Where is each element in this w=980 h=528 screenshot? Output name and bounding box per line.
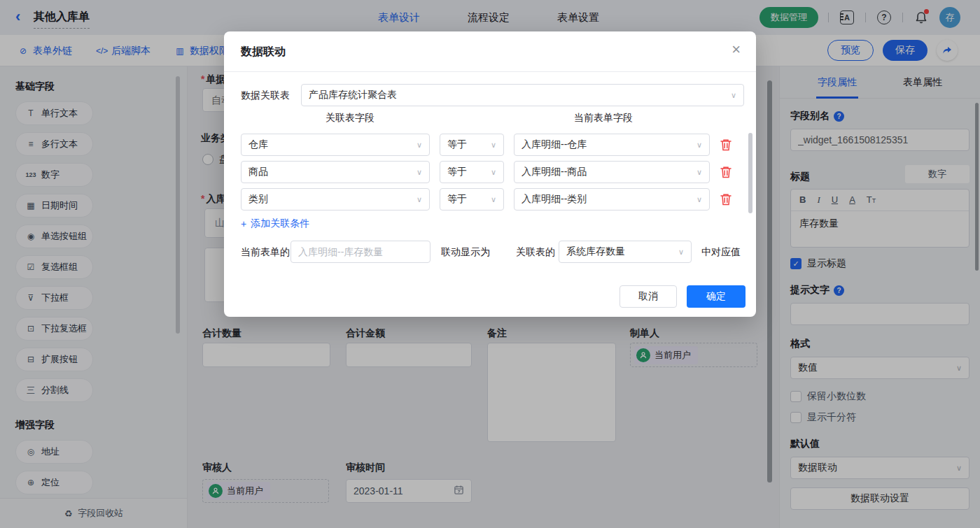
condition-left-select[interactable]: 商品∨ xyxy=(241,161,430,183)
delete-condition-icon[interactable] xyxy=(720,192,732,206)
delete-condition-icon[interactable] xyxy=(720,165,732,179)
current-form-field-input[interactable] xyxy=(290,241,430,263)
modal-title: 数据联动 xyxy=(241,45,286,59)
plus-icon: + xyxy=(241,218,246,229)
column-header-right: 当前表单字段 xyxy=(574,112,633,124)
chevron-down-icon: ∨ xyxy=(491,141,496,150)
condition-right-select[interactable]: 入库明细--商品∨ xyxy=(514,161,710,183)
condition-operator-select[interactable]: 等于∨ xyxy=(440,188,504,211)
suffix-label: 中对应值 xyxy=(701,246,741,259)
add-condition-link[interactable]: + 添加关联条件 xyxy=(241,217,309,230)
chevron-down-icon: ∨ xyxy=(416,195,422,204)
relation-table-select[interactable]: 产品库存统计聚合表 ∨ xyxy=(301,84,744,106)
cancel-button[interactable]: 取消 xyxy=(620,285,677,308)
condition-right-select[interactable]: 入库明细--仓库∨ xyxy=(514,134,710,156)
condition-right-select[interactable]: 入库明细--类别∨ xyxy=(514,188,710,211)
app-root: ‹ 其他入库单 表单设计 流程设定 表单设置 数据管理 A ? 存 ⊘ 表单外链 xyxy=(0,0,980,528)
chevron-down-icon: ∨ xyxy=(416,168,422,177)
chevron-down-icon: ∨ xyxy=(696,168,702,177)
condition-operator-select[interactable]: 等于∨ xyxy=(440,161,504,183)
column-header-left: 关联表字段 xyxy=(326,112,374,124)
condition-left-select[interactable]: 类别∨ xyxy=(241,188,430,211)
condition-operator-select[interactable]: 等于∨ xyxy=(440,134,504,156)
chevron-down-icon: ∨ xyxy=(491,195,496,204)
relation-table-label: 数据关联表 xyxy=(241,90,290,102)
chevron-down-icon: ∨ xyxy=(678,248,684,257)
chevron-down-icon: ∨ xyxy=(416,141,422,150)
condition-left-select[interactable]: 仓库∨ xyxy=(241,134,430,156)
display-as-label: 联动显示为 xyxy=(441,246,490,259)
chevron-down-icon: ∨ xyxy=(696,141,702,150)
delete-condition-icon[interactable] xyxy=(720,138,732,152)
modal-divider xyxy=(224,71,756,72)
relation-of-label: 关联表的 xyxy=(516,246,555,259)
confirm-button[interactable]: 确定 xyxy=(687,285,746,308)
current-form-label: 当前表单的 xyxy=(241,246,290,259)
chevron-down-icon: ∨ xyxy=(491,168,496,177)
chevron-down-icon: ∨ xyxy=(696,195,702,204)
chevron-down-icon: ∨ xyxy=(731,91,736,100)
close-icon[interactable]: × xyxy=(732,41,741,59)
relation-field-select[interactable]: 系统库存数量 ∨ xyxy=(559,241,692,263)
modal-scrollbar[interactable] xyxy=(748,133,752,213)
data-linkage-modal: 数据联动 × 数据关联表 产品库存统计聚合表 ∨ 关联表字段 当前表单字段 仓库… xyxy=(224,31,756,317)
